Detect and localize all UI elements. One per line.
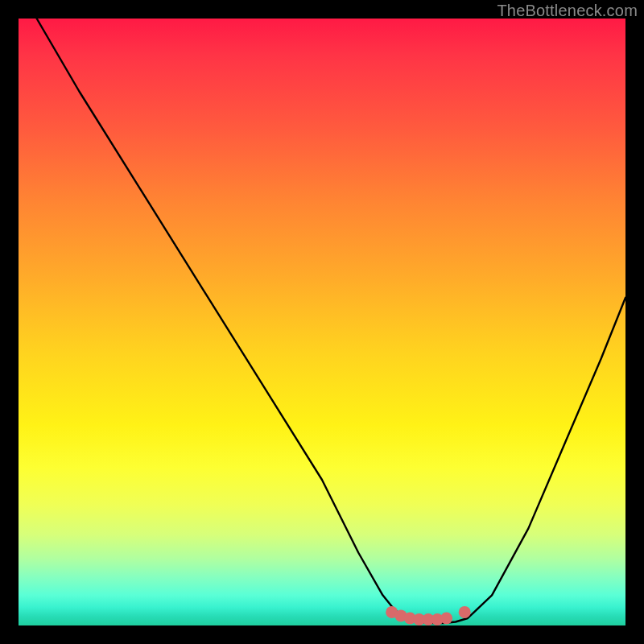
bottleneck-curve — [37, 19, 625, 623]
marker-dot — [440, 613, 452, 625]
chart-frame: TheBottleneck.com — [0, 0, 644, 644]
plot-area — [19, 19, 625, 625]
marker-dot — [459, 606, 471, 618]
watermark-text: TheBottleneck.com — [497, 2, 638, 20]
baseline-markers — [386, 606, 471, 625]
chart-svg — [19, 19, 625, 625]
line-series — [37, 19, 625, 623]
